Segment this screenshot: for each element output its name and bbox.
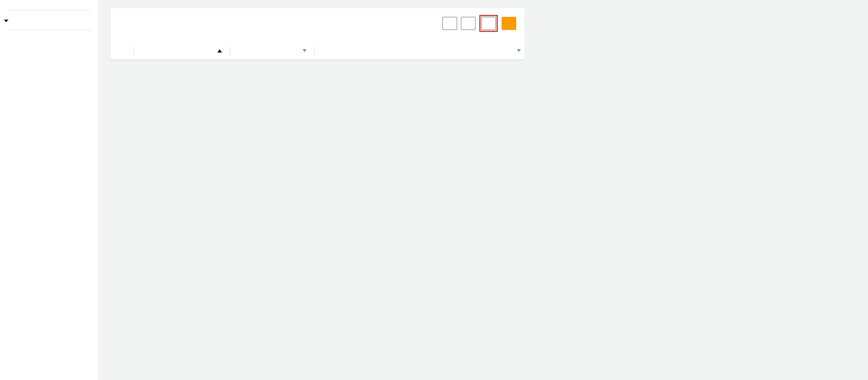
sort-asc-icon <box>217 49 222 53</box>
column-description[interactable] <box>310 42 525 60</box>
sidebar <box>0 0 99 380</box>
sidebar-divider <box>8 10 91 10</box>
create-model-button[interactable] <box>502 17 516 30</box>
edit-button[interactable] <box>461 17 475 30</box>
delete-button[interactable] <box>442 17 457 30</box>
column-select <box>111 42 130 60</box>
update-documentation-button[interactable] <box>481 17 496 30</box>
main-content <box>99 0 868 380</box>
highlight-annotation <box>479 15 498 32</box>
sidebar-divider <box>8 30 91 30</box>
action-buttons <box>442 15 516 32</box>
sort-icon <box>517 49 521 52</box>
column-content-type[interactable] <box>226 42 310 60</box>
models-panel <box>110 8 525 60</box>
models-table <box>111 42 525 60</box>
sort-icon <box>303 49 306 52</box>
column-name[interactable] <box>130 42 226 60</box>
sidebar-api-heading[interactable] <box>0 16 98 25</box>
chevron-down-icon <box>4 20 8 22</box>
